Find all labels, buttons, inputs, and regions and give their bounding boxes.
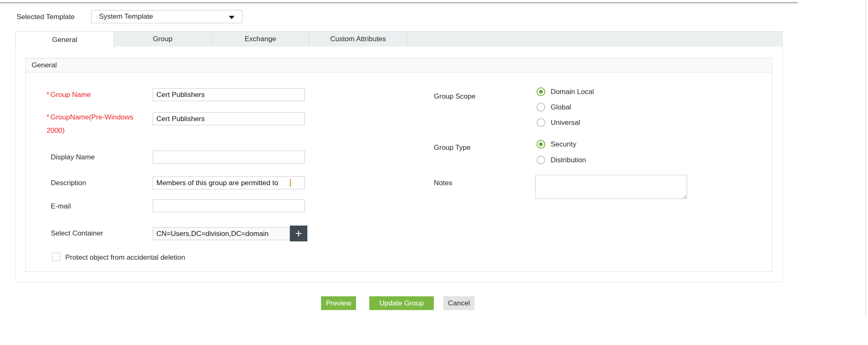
notes-field-wrap: [535, 175, 687, 201]
radio-selected-icon: [537, 87, 545, 96]
tab-bar: General Group Exchange Custom Attributes: [15, 31, 783, 47]
notes-textarea[interactable]: [535, 175, 687, 199]
general-section-title: General: [32, 61, 57, 69]
cancel-button[interactable]: Cancel: [443, 296, 475, 310]
tab-exchange[interactable]: Exchange: [212, 32, 309, 47]
tab-custom-attributes[interactable]: Custom Attributes: [309, 32, 407, 47]
protect-object-checkbox[interactable]: [52, 253, 60, 261]
email-label: E-mail: [51, 202, 71, 211]
required-icon: *: [47, 114, 49, 121]
radio-distribution[interactable]: Distribution: [537, 156, 586, 164]
description-label: Description: [51, 179, 86, 187]
tab-group[interactable]: Group: [114, 32, 212, 47]
select-container-field-wrap: [153, 227, 290, 240]
notes-label: Notes: [434, 179, 452, 187]
pre-windows-name-label: *GroupName(Pre-Windows 2000): [47, 111, 151, 137]
display-name-input[interactable]: [153, 151, 305, 164]
radio-global[interactable]: Global: [537, 103, 571, 112]
add-container-button[interactable]: +: [290, 226, 307, 241]
radio-unselected-icon: [537, 103, 545, 112]
description-input[interactable]: [153, 176, 305, 189]
radio-security[interactable]: Security: [537, 140, 576, 149]
radio-selected-icon: [537, 140, 545, 149]
chevron-down-icon: [229, 16, 235, 19]
pre-windows-name-input[interactable]: [153, 112, 305, 125]
description-field-wrap: [153, 176, 305, 189]
select-container-input[interactable]: [153, 227, 290, 240]
group-name-input[interactable]: [153, 88, 305, 101]
group-scope-label: Group Scope: [434, 92, 475, 101]
group-name-label: *Group Name: [47, 91, 91, 99]
radio-universal[interactable]: Universal: [537, 118, 580, 127]
group-type-label: Group Type: [434, 144, 471, 152]
radio-unselected-icon: [537, 156, 545, 164]
protect-object-label: Protect object from accidental deletion: [65, 253, 185, 262]
group-name-field-wrap: [153, 88, 305, 101]
email-field-wrap: [153, 199, 305, 212]
radio-unselected-icon: [537, 118, 545, 127]
email-input[interactable]: [153, 199, 305, 212]
top-divider: [0, 2, 798, 3]
text-cursor: [290, 179, 291, 187]
preview-button[interactable]: Preview: [321, 296, 356, 310]
display-name-field-wrap: [153, 151, 305, 164]
general-section: General: [25, 58, 772, 272]
display-name-label: Display Name: [51, 153, 95, 161]
right-edge-divider: [866, 0, 866, 317]
selected-template-label: Selected Template: [17, 13, 75, 21]
update-group-button[interactable]: Update Group: [369, 296, 434, 310]
general-section-header: General: [26, 58, 772, 72]
template-dropdown[interactable]: System Template: [91, 10, 242, 23]
required-icon: *: [47, 91, 49, 98]
radio-domain-local[interactable]: Domain Local: [537, 87, 594, 96]
plus-icon: +: [295, 228, 302, 239]
select-container-label: Select Container: [51, 229, 103, 238]
template-dropdown-value: System Template: [91, 12, 153, 21]
tab-general[interactable]: General: [15, 31, 114, 48]
pre-windows-name-field-wrap: [153, 112, 305, 125]
